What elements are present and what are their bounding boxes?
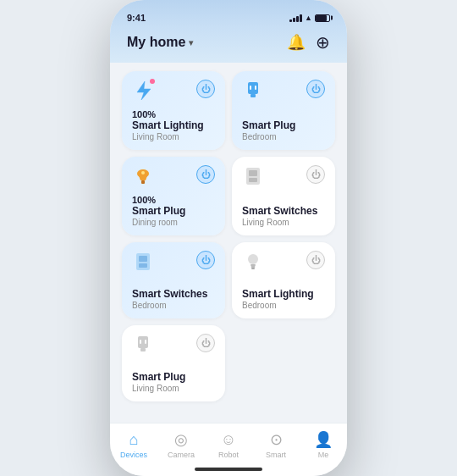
smart-icon: ⊙ [270, 430, 283, 449]
device-card-smart-plug-bedroom[interactable]: ⏻ Smart Plug Bedroom [232, 71, 335, 150]
svg-rect-0 [248, 82, 258, 94]
header-actions: 🔔 ⊕ [287, 32, 330, 53]
bell-icon[interactable]: 🔔 [287, 33, 306, 52]
power-button-on[interactable]: ⏻ [306, 80, 325, 98]
device-label: Smart Lighting [242, 288, 325, 300]
status-time: 9:41 [127, 13, 146, 23]
home-bar [195, 468, 262, 471]
battery-icon [315, 14, 330, 22]
me-icon: 👤 [314, 430, 333, 449]
device-label: Smart Switches [242, 205, 325, 217]
svg-marker-5 [138, 174, 148, 180]
power-button-off[interactable]: ⏻ [306, 251, 325, 269]
wifi-icon: ▲ [305, 14, 312, 22]
svg-rect-6 [141, 180, 145, 184]
chevron-down-icon: ▾ [189, 38, 193, 47]
signal-bars-icon [289, 14, 302, 22]
power-button-on[interactable]: ⏻ [196, 80, 215, 98]
bulb-icon [242, 251, 264, 276]
svg-rect-20 [140, 340, 141, 344]
nav-label-camera: Camera [168, 451, 195, 459]
svg-point-7 [141, 171, 145, 174]
device-label: Smart Plug [242, 119, 325, 131]
svg-rect-3 [255, 86, 256, 90]
home-title-text: My home [127, 35, 185, 50]
nav-label-devices: Devices [120, 451, 147, 459]
device-label: Smart Switches [132, 288, 215, 300]
nav-label-smart: Smart [266, 451, 286, 459]
home-title[interactable]: My home ▾ [127, 35, 193, 50]
svg-rect-21 [145, 340, 146, 344]
device-card-smart-plug-dining[interactable]: ⏻ 100% Smart Plug Dining room [122, 157, 225, 235]
power-button-on[interactable]: ⏻ [196, 251, 215, 269]
device-sublabel: Living Room [132, 384, 215, 393]
device-row-3: ⏻ Smart Plug Living Room [122, 325, 335, 401]
svg-rect-2 [250, 86, 251, 90]
device-label: Smart Lighting [132, 119, 215, 131]
phone-shell: 9:41 ▲ My home ▾ 🔔 ⊕ [110, 0, 347, 476]
device-sublabel: Bedroom [242, 132, 325, 141]
device-sublabel: Bedroom [242, 301, 325, 310]
device-icon-wrap [132, 80, 154, 105]
svg-rect-10 [249, 178, 257, 182]
bottom-nav: ⌂ Devices ◎ Camera ☺ Robot ⊙ Smart 👤 Me [110, 423, 347, 464]
nav-label-me: Me [318, 451, 329, 459]
power-button-on[interactable]: ⏻ [196, 165, 215, 184]
nav-item-robot[interactable]: ☺ Robot [205, 431, 252, 459]
camera-icon: ◎ [174, 430, 188, 449]
svg-point-14 [248, 254, 258, 264]
nav-item-smart[interactable]: ⊙ Smart [252, 430, 300, 459]
device-grid: ⏻ 100% Smart Lighting Living Room [110, 63, 347, 423]
robot-icon: ☺ [221, 431, 236, 449]
device-row-2: ⏻ Smart Switches Bedroom ⏻ [122, 242, 335, 318]
device-sublabel: Living Room [132, 132, 215, 141]
device-card-smart-switches-living[interactable]: ⏻ Smart Switches Living Room [232, 157, 335, 235]
svg-rect-17 [251, 268, 255, 269]
svg-rect-19 [140, 348, 146, 351]
device-sublabel: Bedroom [132, 301, 215, 310]
device-card-smart-plug-living[interactable]: ⏻ Smart Plug Living Room [122, 325, 225, 401]
svg-rect-13 [139, 263, 147, 268]
svg-rect-1 [251, 94, 256, 97]
nav-item-me[interactable]: 👤 Me [300, 430, 347, 459]
header: My home ▾ 🔔 ⊕ [110, 27, 347, 63]
svg-rect-9 [249, 170, 257, 176]
home-icon: ⌂ [129, 431, 139, 449]
device-label: Smart Plug [132, 371, 215, 383]
device-card-smart-switches-bedroom[interactable]: ⏻ Smart Switches Bedroom [122, 242, 225, 318]
device-card-smart-lighting-bedroom[interactable]: ⏻ Smart Lighting Bedroom [232, 242, 335, 318]
device-row-1: ⏻ 100% Smart Plug Dining room ⏻ [122, 157, 335, 235]
device-label: Smart Plug [132, 205, 215, 217]
add-icon[interactable]: ⊕ [316, 32, 330, 53]
device-sublabel: Dining room [132, 218, 215, 227]
nav-label-robot: Robot [218, 451, 239, 459]
svg-rect-12 [139, 256, 147, 262]
plug-gray-icon [132, 334, 154, 359]
svg-rect-16 [251, 266, 256, 268]
status-icons: ▲ [289, 14, 330, 22]
active-dot [150, 79, 155, 84]
svg-rect-18 [138, 336, 148, 348]
lamp-icon [132, 165, 154, 191]
device-sublabel: Living Room [242, 218, 325, 227]
status-bar: 9:41 ▲ [110, 0, 347, 27]
device-card-smart-lighting-living[interactable]: ⏻ 100% Smart Lighting Living Room [122, 71, 225, 150]
switch-icon [242, 165, 264, 191]
device-row-0: ⏻ 100% Smart Lighting Living Room [122, 71, 335, 150]
device-percent: 100% [132, 109, 215, 119]
svg-rect-15 [251, 264, 256, 266]
device-percent: 100% [132, 195, 215, 205]
power-button-off[interactable]: ⏻ [306, 165, 325, 184]
power-button-off[interactable]: ⏻ [196, 334, 215, 352]
plug-icon [242, 80, 264, 105]
switch-blue-icon [132, 251, 154, 276]
nav-item-devices[interactable]: ⌂ Devices [110, 431, 157, 459]
home-indicator [110, 464, 347, 476]
nav-item-camera[interactable]: ◎ Camera [157, 430, 205, 459]
